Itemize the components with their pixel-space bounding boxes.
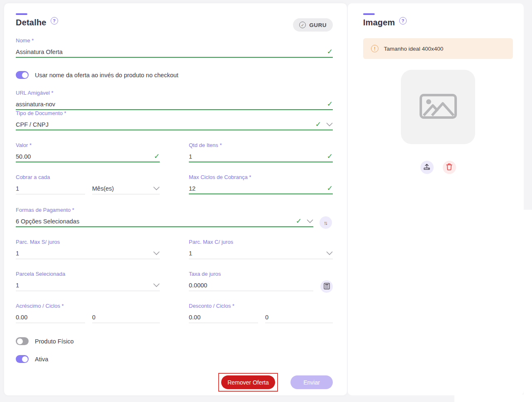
ativa-label: Ativa bbox=[35, 356, 48, 363]
valid-check-icon: ✓ bbox=[154, 153, 160, 160]
trash-icon bbox=[446, 163, 452, 172]
url-input[interactable]: assinatura-nov ✓ bbox=[16, 99, 333, 110]
formas-pagamento-label: Formas de Pagamento * bbox=[16, 207, 333, 213]
produto-fisico-toggle[interactable] bbox=[16, 337, 29, 345]
max-ciclos-input[interactable]: 12 ✓ bbox=[189, 183, 333, 194]
check-circle-icon: ✓ bbox=[299, 22, 306, 28]
calculate-interest-button[interactable] bbox=[320, 280, 333, 293]
valid-check-icon: ✓ bbox=[327, 100, 333, 108]
valid-check-icon: ✓ bbox=[327, 48, 333, 55]
usar-nome-toggle[interactable] bbox=[16, 71, 29, 79]
url-label: URL Amigável * bbox=[16, 90, 333, 96]
parc-max-com-juros-label: Parc. Max C/ juros bbox=[189, 239, 333, 245]
parc-max-com-juros-select[interactable]: 1 bbox=[189, 248, 333, 259]
qtd-itens-input[interactable]: 1 ✓ bbox=[189, 151, 333, 162]
acrescimo-ciclos-label: Acréscimo / Ciclos * bbox=[16, 303, 160, 309]
submit-button[interactable]: Enviar bbox=[290, 375, 333, 389]
produto-fisico-label: Produto Físico bbox=[35, 338, 74, 345]
ativa-toggle[interactable] bbox=[16, 355, 29, 363]
highlight-annotation-box: Remover Oferta bbox=[218, 373, 278, 392]
taxa-juros-input[interactable]: 0.0000 bbox=[189, 280, 313, 291]
cobrar-periodo-select[interactable]: Mês(es) bbox=[92, 183, 160, 194]
qtd-itens-label: Qtd de Itens * bbox=[189, 142, 333, 148]
page-background-patch bbox=[454, 395, 532, 402]
calculator-icon bbox=[324, 283, 330, 291]
sort-payment-methods-button[interactable]: ↑↓ bbox=[320, 216, 332, 229]
parcela-selecionada-label: Parcela Selecionada bbox=[16, 271, 160, 277]
guru-badge: ✓ GURU bbox=[293, 18, 333, 32]
acrescimo-valor-input[interactable]: 0.00 bbox=[16, 312, 85, 323]
chevron-down-icon bbox=[326, 251, 333, 255]
image-placeholder-icon bbox=[420, 94, 457, 120]
chevron-down-icon bbox=[307, 219, 313, 223]
warning-icon: ! bbox=[371, 45, 378, 52]
chevron-down-icon bbox=[153, 186, 160, 191]
help-icon[interactable]: ? bbox=[51, 17, 58, 25]
help-icon[interactable]: ? bbox=[399, 17, 407, 25]
page-title: Detalhe bbox=[16, 18, 46, 27]
remove-offer-button[interactable]: Remover Oferta bbox=[221, 375, 275, 389]
valid-check-icon: ✓ bbox=[296, 218, 302, 225]
taxa-juros-label: Taxa de juros bbox=[189, 271, 333, 277]
chevron-down-icon bbox=[153, 283, 160, 287]
sort-arrows-icon: ↑↓ bbox=[324, 220, 328, 226]
valid-check-icon: ✓ bbox=[327, 153, 333, 160]
image-panel: Imagem ? ! Tamanho ideal 400x400 bbox=[348, 3, 524, 395]
chevron-down-icon bbox=[153, 251, 160, 255]
section-accent-dash bbox=[363, 13, 375, 15]
valid-check-icon: ✓ bbox=[327, 185, 333, 192]
usar-nome-toggle-label: Usar nome da oferta ao invés do produto … bbox=[35, 72, 178, 78]
tipo-documento-label: Tipo de Documento * bbox=[16, 110, 333, 116]
desconto-valor-input[interactable]: 0.00 bbox=[189, 312, 258, 323]
cobrar-a-cada-input[interactable]: 1 bbox=[16, 183, 85, 194]
nome-label: Nome * bbox=[16, 37, 333, 44]
valid-check-icon: ✓ bbox=[315, 121, 321, 128]
detail-panel: Detalhe ? ✓ GURU Nome * Assinatura Ofert… bbox=[4, 3, 347, 395]
ideal-size-banner: ! Tamanho ideal 400x400 bbox=[363, 38, 513, 59]
chevron-down-icon bbox=[326, 123, 333, 127]
desconto-ciclos-input[interactable]: 0 bbox=[265, 312, 333, 323]
image-upload-dropzone[interactable] bbox=[401, 70, 475, 144]
upload-icon bbox=[423, 163, 430, 172]
upload-image-button[interactable] bbox=[420, 161, 434, 174]
ideal-size-text: Tamanho ideal 400x400 bbox=[384, 46, 443, 52]
max-ciclos-label: Max Ciclos de Cobrança * bbox=[189, 174, 333, 180]
formas-pagamento-select[interactable]: 6 Opções Selecionadas ✓ bbox=[16, 216, 313, 227]
parcela-selecionada-select[interactable]: 1 bbox=[16, 280, 160, 291]
valor-input[interactable]: 50.00 ✓ bbox=[16, 151, 160, 162]
acrescimo-ciclos-input[interactable]: 0 bbox=[92, 312, 160, 323]
desconto-ciclos-label: Desconto / Ciclos * bbox=[189, 303, 333, 309]
usar-nome-toggle-row: Usar nome da oferta ao invés do produto … bbox=[16, 71, 333, 79]
nome-input[interactable]: Assinatura Oferta ✓ bbox=[16, 47, 333, 58]
image-panel-title: Imagem bbox=[363, 18, 395, 27]
page-background-patch bbox=[524, 210, 532, 402]
parc-max-sem-juros-select[interactable]: 1 bbox=[16, 248, 160, 259]
cobrar-a-cada-label: Cobrar a cada bbox=[16, 174, 160, 180]
section-accent-dash bbox=[16, 13, 27, 15]
tipo-documento-select[interactable]: CPF / CNPJ ✓ bbox=[16, 119, 333, 130]
valor-label: Valor * bbox=[16, 142, 160, 148]
parc-max-sem-juros-label: Parc. Max S/ juros bbox=[16, 239, 160, 245]
delete-image-button[interactable] bbox=[443, 161, 456, 174]
